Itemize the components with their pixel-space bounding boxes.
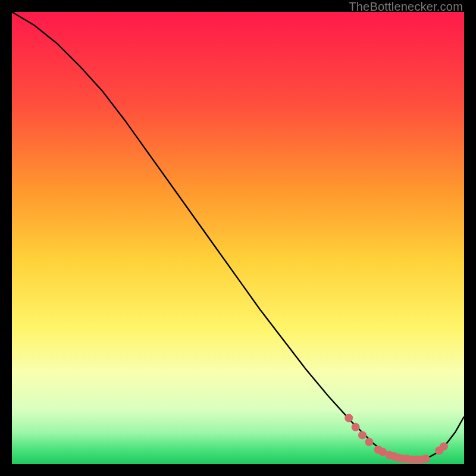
marker-dot [358, 431, 367, 439]
marker-dot [365, 438, 373, 446]
marker-dot [440, 442, 448, 450]
bottleneck-chart [12, 12, 464, 464]
marker-dot [421, 455, 430, 463]
marker-dot [352, 423, 360, 431]
watermark-text: TheBottlenecker.com [349, 0, 463, 14]
gradient-background [12, 12, 464, 464]
marker-dot [345, 414, 353, 422]
chart-frame [12, 12, 464, 464]
